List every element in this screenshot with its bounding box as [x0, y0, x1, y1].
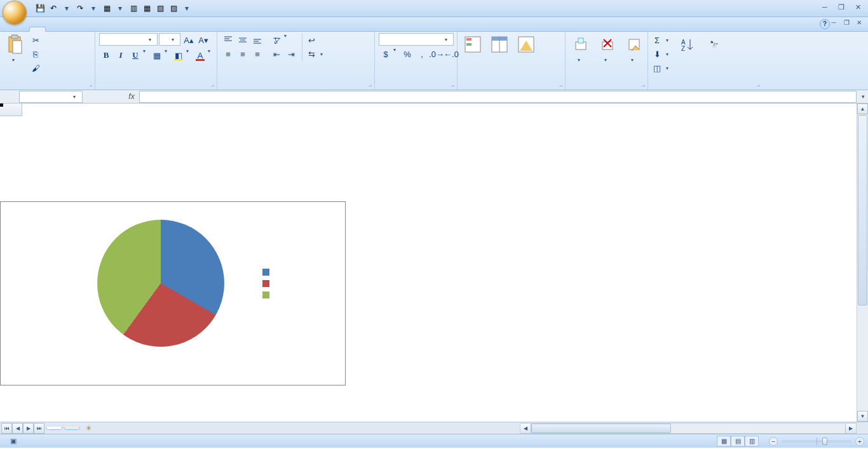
shrink-font-button[interactable]: A▾ [196, 33, 210, 47]
qat-customize-icon[interactable]: ▾ [181, 3, 193, 14]
tab-insert[interactable] [47, 27, 62, 31]
close-icon[interactable]: ✕ [851, 3, 864, 13]
tab-data[interactable] [97, 27, 112, 31]
font-name-combo[interactable]: ▾ [99, 33, 158, 46]
chevron-down-icon[interactable]: ▾ [186, 48, 193, 62]
zoom-slider[interactable] [782, 440, 851, 443]
sheet-tab-sheet1[interactable] [46, 427, 62, 430]
scroll-left-icon[interactable]: ◀ [520, 424, 531, 433]
border-button[interactable]: ▦ [150, 48, 164, 62]
tab-developer[interactable] [146, 27, 161, 31]
page-break-view-icon[interactable]: ▥ [745, 436, 759, 446]
first-sheet-icon[interactable]: ⏮ [1, 423, 12, 434]
scroll-down-icon[interactable]: ▼ [857, 411, 868, 422]
decrease-indent-button[interactable]: ⇤ [269, 47, 283, 61]
cell-styles-button[interactable] [515, 33, 538, 58]
next-sheet-icon[interactable]: ▶ [23, 423, 34, 434]
fill-color-button[interactable]: ◧ [172, 48, 186, 62]
office-button[interactable] [3, 1, 27, 25]
percent-button[interactable]: % [400, 47, 414, 61]
scroll-up-icon[interactable]: ▲ [857, 104, 868, 114]
normal-view-icon[interactable]: ▦ [717, 436, 731, 446]
ribbon-restore-icon[interactable]: ❐ [841, 19, 851, 28]
increase-decimal-button[interactable]: .0→ [430, 47, 444, 61]
format-painter-button[interactable]: 🖌 [31, 61, 43, 75]
paste-button[interactable]: ▾ [4, 33, 27, 64]
fill-button[interactable]: ⬇▾ [652, 47, 672, 61]
save-icon[interactable]: 💾 [34, 3, 46, 14]
tab-page-layout[interactable] [64, 27, 79, 31]
merge-center-button[interactable]: ⇆▾ [306, 47, 327, 61]
redo-icon[interactable]: ↷ [74, 3, 86, 14]
redo-dropdown-icon[interactable]: ▾ [88, 3, 99, 14]
ribbon-close-icon[interactable]: ✕ [854, 19, 864, 28]
scroll-thumb[interactable] [531, 424, 671, 433]
horizontal-scrollbar[interactable]: ◀ ▶ [520, 423, 857, 434]
sheet-tab-evaluation[interactable] [64, 427, 80, 430]
fx-icon[interactable]: fx [124, 92, 139, 101]
new-sheet-icon[interactable]: ✳ [81, 424, 95, 432]
page-layout-view-icon[interactable]: ▤ [731, 436, 745, 446]
expand-formula-bar-icon[interactable]: ▾ [858, 93, 868, 100]
sort-filter-button[interactable]: AZ [676, 33, 699, 58]
macro-record-icon[interactable]: ▣ [10, 437, 17, 445]
grow-font-button[interactable]: A▴ [182, 33, 196, 47]
undo-dropdown-icon[interactable]: ▾ [61, 3, 72, 14]
tab-home[interactable] [29, 27, 46, 32]
prev-sheet-icon[interactable]: ◀ [12, 423, 23, 434]
clear-button[interactable]: ◫▾ [652, 61, 672, 75]
autosum-button[interactable]: Σ▾ [652, 33, 672, 47]
currency-button[interactable]: $ [379, 47, 393, 61]
chevron-down-icon[interactable]: ▾ [393, 47, 400, 61]
underline-button[interactable]: U [128, 48, 142, 62]
undo-icon[interactable]: ↶ [48, 3, 59, 14]
bold-button[interactable]: B [99, 48, 113, 62]
find-select-button[interactable]: 🔭 [703, 33, 726, 58]
vertical-scrollbar[interactable]: ▲ ▼ [857, 104, 868, 422]
minimize-icon[interactable]: ─ [818, 3, 831, 13]
cut-button[interactable]: ✂ [31, 33, 43, 47]
zoom-out-icon[interactable]: − [769, 437, 778, 446]
chevron-down-icon[interactable]: ▾ [284, 33, 290, 47]
align-center-button[interactable]: ≡ [236, 47, 250, 61]
align-top-button[interactable] [221, 33, 235, 47]
tab-view[interactable] [130, 27, 145, 31]
copy-button[interactable]: ⎘ [31, 47, 43, 61]
last-sheet-icon[interactable]: ⏭ [34, 423, 44, 434]
name-box[interactable]: ▾ [19, 91, 83, 103]
align-bottom-button[interactable] [250, 33, 264, 47]
qat-icon-3[interactable]: ▦ [141, 3, 153, 14]
qat-dropdown-icon[interactable]: ▾ [114, 3, 126, 14]
ribbon-minimize-icon[interactable]: ─ [829, 19, 839, 28]
chevron-down-icon[interactable]: ▾ [165, 48, 171, 62]
qat-icon-5[interactable]: ▨ [168, 3, 179, 14]
align-middle-button[interactable] [236, 33, 250, 47]
embedded-chart[interactable] [0, 201, 346, 385]
qat-icon-2[interactable]: ▥ [128, 3, 139, 14]
comma-button[interactable]: , [415, 47, 429, 61]
chevron-down-icon[interactable]: ▾ [143, 48, 149, 62]
qat-icon-4[interactable]: ▧ [154, 3, 166, 14]
align-right-button[interactable]: ≡ [250, 47, 264, 61]
font-size-combo[interactable]: ▾ [159, 33, 180, 46]
align-left-button[interactable]: ≡ [221, 47, 235, 61]
format-as-table-button[interactable] [488, 33, 511, 58]
tab-formulas[interactable] [80, 27, 95, 31]
scroll-thumb[interactable] [858, 115, 867, 305]
font-color-button[interactable]: A [193, 48, 207, 62]
insert-button[interactable]: ▾ [569, 33, 592, 64]
decrease-decimal-button[interactable]: ←.0 [444, 47, 458, 61]
qat-icon-1[interactable]: ▦ [101, 3, 112, 14]
number-format-combo[interactable]: ▾ [379, 33, 454, 46]
increase-indent-button[interactable]: ⇥ [284, 47, 298, 61]
zoom-in-icon[interactable]: + [855, 437, 864, 446]
tab-review[interactable] [113, 27, 128, 31]
chevron-down-icon[interactable]: ▾ [208, 48, 214, 62]
italic-button[interactable]: I [114, 48, 128, 62]
scroll-right-icon[interactable]: ▶ [845, 424, 856, 433]
formula-input[interactable] [139, 91, 857, 103]
select-all-button[interactable] [0, 104, 22, 116]
wrap-text-button[interactable]: ↩ [306, 33, 327, 47]
orientation-button[interactable]: ⦫ [269, 33, 283, 47]
restore-icon[interactable]: ❐ [835, 3, 848, 13]
